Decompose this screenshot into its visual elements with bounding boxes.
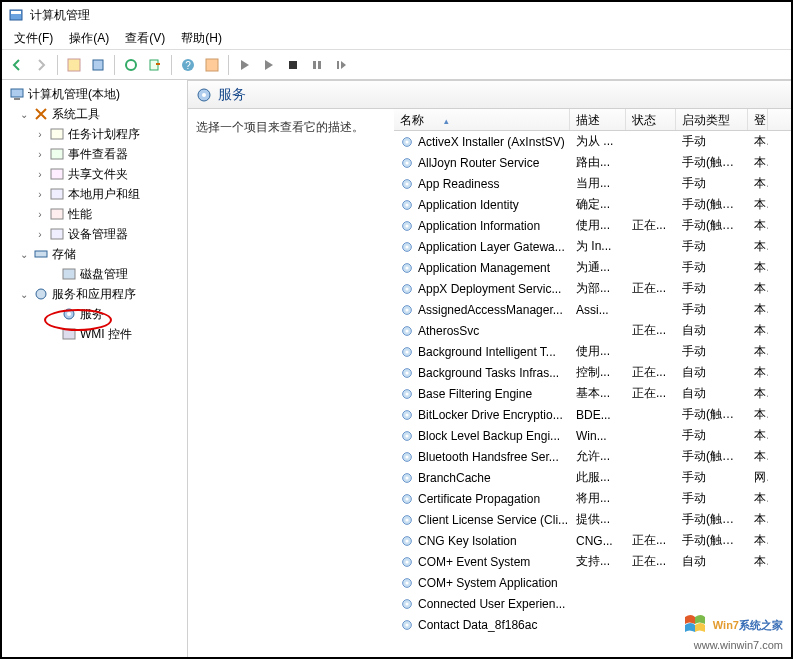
service-row[interactable]: Block Level Backup Engi...Win...手动本 xyxy=(394,425,791,446)
forward-button[interactable] xyxy=(30,54,52,76)
service-row[interactable]: Application Identity确定...手动(触发...本 xyxy=(394,194,791,215)
svg-point-40 xyxy=(405,245,408,248)
tree-事件查看器[interactable]: ›事件查看器 xyxy=(4,144,185,164)
expand-icon[interactable]: › xyxy=(34,189,46,200)
expand-icon[interactable]: › xyxy=(34,149,46,160)
col-startup[interactable]: 启动类型 xyxy=(676,109,748,130)
col-logon[interactable]: 登 xyxy=(748,109,768,130)
service-row[interactable]: AppX Deployment Servic...为部...正在...手动本 xyxy=(394,278,791,299)
service-row[interactable]: App Readiness当用...手动本 xyxy=(394,173,791,194)
service-row[interactable]: Application Management为通...手动本 xyxy=(394,257,791,278)
services-list[interactable]: ActiveX Installer (AxInstSV)为从 ...手动本All… xyxy=(394,131,791,657)
menubar: 文件(F) 操作(A) 查看(V) 帮助(H) xyxy=(2,28,791,50)
tree-本地用户和组[interactable]: ›本地用户和组 xyxy=(4,184,185,204)
tree-磁盘管理[interactable]: 磁盘管理 xyxy=(4,264,185,284)
svg-point-56 xyxy=(405,413,408,416)
service-row[interactable]: AtherosSvc正在...自动本 xyxy=(394,320,791,341)
gear-icon xyxy=(400,303,414,317)
gear-icon xyxy=(400,282,414,296)
service-row[interactable]: Bluetooth Handsfree Ser...允许...手动(触发...本 xyxy=(394,446,791,467)
restart-button[interactable] xyxy=(330,54,352,76)
service-row[interactable]: ActiveX Installer (AxInstSV)为从 ...手动本 xyxy=(394,131,791,152)
gear-icon xyxy=(61,306,77,322)
services-list-pane: 名称▴ 描述 状态 启动类型 登 ActiveX Installer (AxIn… xyxy=(394,109,791,657)
service-row[interactable]: AssignedAccessManager...Assi...手动本 xyxy=(394,299,791,320)
menu-file[interactable]: 文件(F) xyxy=(6,28,61,49)
tree-性能[interactable]: ›性能 xyxy=(4,204,185,224)
node-icon xyxy=(49,126,65,142)
gear-icon xyxy=(400,240,414,254)
service-row[interactable]: AllJoyn Router Service路由...手动(触发...本 xyxy=(394,152,791,173)
tree-设备管理器[interactable]: ›设备管理器 xyxy=(4,224,185,244)
tree-WMI 控件[interactable]: WMI 控件 xyxy=(4,324,185,344)
menu-view[interactable]: 查看(V) xyxy=(117,28,173,49)
col-desc[interactable]: 描述 xyxy=(570,109,626,130)
svg-rect-22 xyxy=(63,269,75,279)
collapse-icon[interactable]: ⌄ xyxy=(18,289,30,300)
svg-point-70 xyxy=(405,560,408,563)
svg-point-52 xyxy=(405,371,408,374)
service-row[interactable]: BitLocker Drive Encryptio...BDE...手动(触发.… xyxy=(394,404,791,425)
collapse-icon[interactable]: ⌄ xyxy=(18,249,30,260)
tree-storage[interactable]: ⌄ 存储 xyxy=(4,244,185,264)
svg-point-76 xyxy=(405,623,408,626)
gear-icon xyxy=(400,345,414,359)
service-row[interactable]: CNG Key IsolationCNG...正在...手动(触发...本 xyxy=(394,530,791,551)
gear-icon xyxy=(400,261,414,275)
list-button[interactable] xyxy=(201,54,223,76)
stop-button[interactable] xyxy=(282,54,304,76)
expand-icon[interactable]: › xyxy=(34,169,46,180)
play-button[interactable] xyxy=(234,54,256,76)
service-row[interactable]: Background Intelligent T...使用...手动本 xyxy=(394,341,791,362)
export-button[interactable] xyxy=(144,54,166,76)
gear-icon xyxy=(400,156,414,170)
svg-point-58 xyxy=(405,434,408,437)
svg-point-30 xyxy=(405,140,408,143)
svg-point-50 xyxy=(405,350,408,353)
service-row[interactable]: Application Information使用...正在...手动(触发..… xyxy=(394,215,791,236)
menu-help[interactable]: 帮助(H) xyxy=(173,28,230,49)
gear-icon xyxy=(400,618,414,632)
play2-button[interactable] xyxy=(258,54,280,76)
expand-icon[interactable]: › xyxy=(34,129,46,140)
service-row[interactable]: BranchCache此服...手动网 xyxy=(394,467,791,488)
service-row[interactable]: Client License Service (Cli...提供...手动(触发… xyxy=(394,509,791,530)
gear-icon xyxy=(400,429,414,443)
pause-button[interactable] xyxy=(306,54,328,76)
svg-point-32 xyxy=(405,161,408,164)
expand-icon[interactable]: › xyxy=(34,229,46,240)
tree-root[interactable]: 计算机管理(本地) xyxy=(4,84,185,104)
back-button[interactable] xyxy=(6,54,28,76)
col-status[interactable]: 状态 xyxy=(626,109,676,130)
svg-point-25 xyxy=(67,312,71,316)
tree-服务[interactable]: 服务 xyxy=(4,304,185,324)
svg-rect-16 xyxy=(51,149,63,159)
svg-point-4 xyxy=(126,60,136,70)
properties-button[interactable] xyxy=(87,54,109,76)
tree-共享文件夹[interactable]: ›共享文件夹 xyxy=(4,164,185,184)
windows-logo-icon xyxy=(681,611,709,639)
service-row[interactable]: COM+ Event System支持...正在...自动本 xyxy=(394,551,791,572)
gear-icon xyxy=(400,555,414,569)
expand-icon[interactable]: › xyxy=(34,209,46,220)
show-hide-button[interactable] xyxy=(63,54,85,76)
help-button[interactable]: ? xyxy=(177,54,199,76)
svg-rect-14 xyxy=(14,98,20,100)
tree-systools[interactable]: ⌄ 系统工具 xyxy=(4,104,185,124)
window-title: 计算机管理 xyxy=(30,7,90,24)
svg-point-72 xyxy=(405,581,408,584)
gear-icon xyxy=(400,324,414,338)
tree-任务计划程序[interactable]: ›任务计划程序 xyxy=(4,124,185,144)
menu-action[interactable]: 操作(A) xyxy=(61,28,117,49)
refresh-button[interactable] xyxy=(120,54,142,76)
service-row[interactable]: Certificate Propagation将用...手动本 xyxy=(394,488,791,509)
service-row[interactable]: Base Filtering Engine基本...正在...自动本 xyxy=(394,383,791,404)
tree-services-apps[interactable]: ⌄ 服务和应用程序 xyxy=(4,284,185,304)
svg-point-34 xyxy=(405,182,408,185)
services-title: 服务 xyxy=(188,81,791,109)
service-row[interactable]: Application Layer Gatewa...为 In...手动本 xyxy=(394,236,791,257)
col-name[interactable]: 名称▴ xyxy=(394,109,570,130)
collapse-icon[interactable]: ⌄ xyxy=(18,109,30,120)
service-row[interactable]: COM+ System Application xyxy=(394,572,791,593)
service-row[interactable]: Background Tasks Infras...控制...正在...自动本 xyxy=(394,362,791,383)
